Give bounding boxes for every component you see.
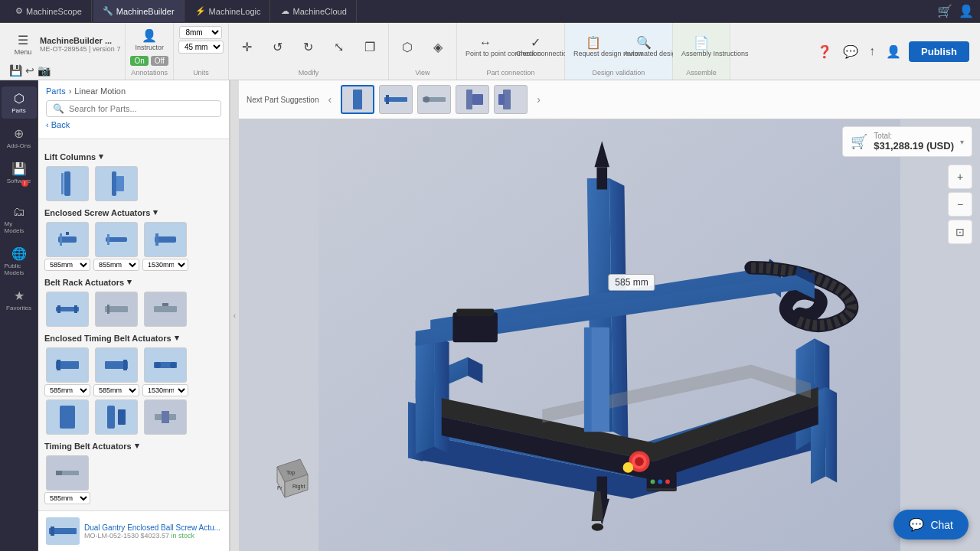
cart-icon[interactable]: 🛒 <box>937 4 952 18</box>
next-part-item[interactable] <box>417 85 451 114</box>
instructor-button[interactable]: 👤 Instructor <box>131 26 168 54</box>
view-icon2: ◈ <box>433 40 443 54</box>
zoom-in-button[interactable]: + <box>948 165 972 189</box>
view-btn2[interactable]: ◈ <box>424 37 452 57</box>
list-item[interactable]: 585mm <box>44 347 90 396</box>
list-item[interactable] <box>44 399 90 435</box>
part-size-select[interactable]: 855mm <box>93 259 139 271</box>
sidebar-item-software[interactable]: 💾 Software ! <box>2 157 37 197</box>
list-item[interactable]: 585mm <box>44 455 90 504</box>
units-group: 8mm 4mm 12mm 45 mm 30 mm 60 mm Units <box>174 23 229 80</box>
suggestion-name: Dual Gantry Enclosed Ball Screw Actu... <box>84 523 220 532</box>
next-part-next-button[interactable]: › <box>534 93 544 106</box>
next-part-prev-button[interactable]: ‹ <box>325 93 335 106</box>
list-item[interactable]: 585mm <box>93 347 139 396</box>
search-input[interactable] <box>69 104 214 113</box>
chevron-down-icon: ▾ <box>99 152 103 161</box>
automated-check-button[interactable]: 🔍 Automated design check <box>620 33 668 60</box>
part-thumbnail <box>144 292 187 327</box>
svg-point-24 <box>170 362 176 368</box>
part-size-select[interactable]: 585mm <box>93 384 139 396</box>
view-btn1[interactable]: ⬡ <box>394 37 421 57</box>
svg-rect-15 <box>107 305 109 314</box>
rotate-cw-button[interactable]: ↻ <box>295 37 322 57</box>
3d-viewport[interactable]: Next Part Suggestion ‹ › <box>239 80 980 551</box>
list-item[interactable] <box>93 166 139 201</box>
dimension-label: 585 mm <box>608 274 655 291</box>
list-item[interactable] <box>93 399 139 435</box>
screw-actuators-grid: 585mm 855mm 1530mm <box>44 222 223 271</box>
belt-rack-grid <box>44 292 223 327</box>
category-belt-rack-title: Belt Rack Actuators ▾ <box>44 277 132 287</box>
part-thumbnail <box>144 347 187 383</box>
back-button[interactable]: ‹ Back <box>46 117 221 132</box>
list-item[interactable]: 585mm <box>44 222 90 271</box>
toolbar-right: ❓ 💬 ↑ 👤 Publish <box>808 23 975 80</box>
list-item[interactable] <box>142 292 188 327</box>
part-size-select[interactable]: 585mm <box>44 259 90 271</box>
chevron-down-icon: ▾ <box>175 333 179 343</box>
sidebar-item-favorites[interactable]: ★ Favorites <box>2 284 37 316</box>
tab-machinelogic[interactable]: ⚡ MachineLogic <box>186 0 271 23</box>
rotate-button[interactable]: ↺ <box>264 37 292 57</box>
scale-button[interactable]: ⤡ <box>325 37 353 57</box>
zoom-out-button[interactable]: − <box>948 192 972 217</box>
sidebar-item-addons[interactable]: ⊕ Add-Ons <box>2 122 37 154</box>
user-icon[interactable]: 👤 <box>959 4 974 18</box>
mm-select-2[interactable]: 45 mm 30 mm 60 mm <box>178 41 224 54</box>
sidebar-item-my-models[interactable]: 🗂 My Models <box>2 201 37 239</box>
suggestion-details: MO-LM-052-1530 $4023.57 in stock <box>84 532 220 540</box>
tab-machinescope[interactable]: ⚙ MachineScope <box>6 0 92 23</box>
sidebar-item-public-models[interactable]: 🌐 Public Models <box>2 242 37 281</box>
next-part-item[interactable] <box>456 85 489 114</box>
assembly-instructions-button[interactable]: 📄 Assembly Instructions <box>678 33 725 60</box>
camera-icon[interactable]: 📷 <box>38 64 51 77</box>
move-button[interactable]: ✛ <box>234 37 261 57</box>
list-item[interactable]: 1530mm <box>142 347 188 396</box>
navigation-cube[interactable]: Top Fr Right <box>262 452 315 505</box>
next-part-item[interactable] <box>494 85 528 114</box>
part-size-select[interactable]: 585mm <box>44 492 90 504</box>
share-button[interactable]: ↑ <box>866 41 878 61</box>
tab-machinebuilder[interactable]: 🔧 MachineBuilder <box>93 0 185 23</box>
category-timing-belt-title: Enclosed Timing Belt Actuators ▾ <box>44 333 179 343</box>
mm-select-1[interactable]: 8mm 4mm 12mm <box>179 26 222 39</box>
chevron-down-icon: ▾ <box>153 207 158 217</box>
svg-rect-12 <box>57 305 60 313</box>
request-design-button[interactable]: 📋 Request design review <box>570 33 617 60</box>
search-box: 🔍 <box>46 100 221 117</box>
next-part-item[interactable] <box>341 85 374 114</box>
point-to-point-button[interactable]: ↔ Point to point connection <box>462 34 509 60</box>
list-item[interactable]: 1530mm <box>142 222 188 271</box>
check-connections-button[interactable]: ✓ Check connections <box>512 33 560 60</box>
user-button[interactable]: 👤 <box>883 41 904 62</box>
save-icon[interactable]: 💾 <box>9 64 22 77</box>
list-item[interactable] <box>142 399 188 435</box>
part-size-select[interactable]: 1530mm <box>142 259 188 271</box>
comment-button[interactable]: 💬 <box>840 41 861 62</box>
sidebar-item-parts[interactable]: ⬡ Parts <box>2 86 37 119</box>
breadcrumb-parts[interactable]: Parts <box>46 86 66 96</box>
fit-view-button[interactable]: ⊡ <box>948 220 972 244</box>
undo-icon[interactable]: ↩ <box>25 64 34 77</box>
list-item[interactable] <box>44 292 90 327</box>
tab-machinecloud[interactable]: ☁ MachineCloud <box>272 0 356 23</box>
duplicate-button[interactable]: ❐ <box>356 37 384 57</box>
list-item[interactable]: 855mm <box>93 222 139 271</box>
chevron-down-icon: ▾ <box>135 441 139 451</box>
list-item[interactable] <box>44 166 90 201</box>
menu-button[interactable]: ☰ Menu <box>9 31 37 59</box>
search-icon: 🔍 <box>53 103 64 114</box>
chat-button[interactable]: 💬 Chat <box>893 510 969 540</box>
automated-check-icon: 🔍 <box>636 35 652 50</box>
panel-collapse-handle[interactable]: ‹ <box>230 80 239 551</box>
help-button[interactable]: ❓ <box>814 41 835 62</box>
publish-button[interactable]: Publish <box>909 41 969 62</box>
total-cost-badge[interactable]: 🛒 Total: $31,288.19 (USD) ▾ <box>842 126 972 157</box>
part-size-select[interactable]: 1530mm <box>142 384 188 396</box>
list-item[interactable] <box>93 292 139 327</box>
next-part-item[interactable] <box>379 85 413 114</box>
part-size-select[interactable]: 585mm <box>44 384 90 396</box>
point-to-point-icon: ↔ <box>479 36 492 50</box>
software-icon: 💾 <box>11 161 27 176</box>
